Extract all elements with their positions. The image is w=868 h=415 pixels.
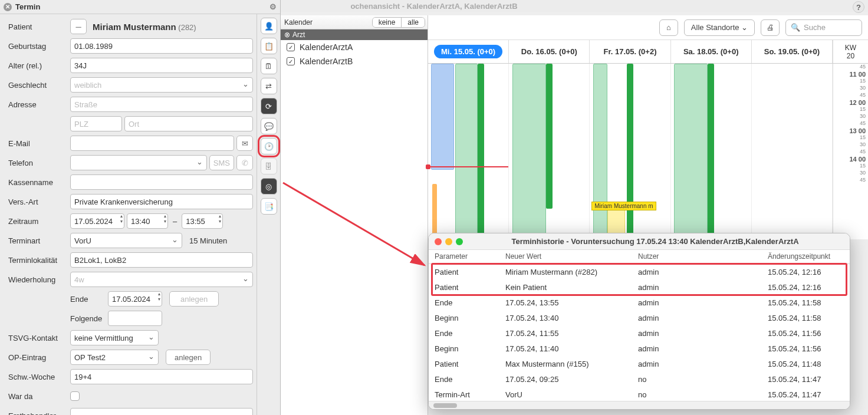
anlegen-button[interactable]: anlegen xyxy=(169,291,219,307)
time-column: 4511 0015304512 0015304513 0015304514 00… xyxy=(833,64,868,241)
birthday-input[interactable]: 01.08.1989 xyxy=(70,38,253,54)
time-to-stepper[interactable]: 13:55 xyxy=(182,213,223,229)
traffic-min-icon[interactable] xyxy=(445,238,452,245)
history-row[interactable]: Beginn17.05.24, 13:40admin15.05.24, 11:5… xyxy=(429,310,850,325)
seg-alle[interactable]: alle xyxy=(401,18,425,27)
time-from-stepper[interactable]: 13:40 xyxy=(127,213,168,229)
schw-input[interactable]: 19+4 xyxy=(70,369,253,384)
chat-icon[interactable]: 💬 xyxy=(261,118,277,134)
history-row[interactable]: PatientKein Patientadmin15.05.24, 12:16 xyxy=(429,279,850,295)
calendar-picker: Kalender keine alle ⊗Arzt ✓KalenderArztA… xyxy=(281,15,428,415)
history-icon[interactable]: 🕑 xyxy=(261,138,277,154)
calendar-add-icon[interactable]: 🗓 xyxy=(261,58,277,74)
gender-select[interactable]: weiblich xyxy=(70,77,253,93)
calendar-item[interactable]: ✓KalenderArztB xyxy=(281,54,428,68)
day-header[interactable]: Fr. 17.05. (0+2) xyxy=(590,40,670,63)
day-col-1[interactable] xyxy=(509,64,590,241)
gear-icon[interactable]: ⚙ xyxy=(269,2,277,11)
date-stepper[interactable]: 17.05.2024 xyxy=(70,213,124,229)
search-input[interactable]: 🔍Suche xyxy=(785,19,862,36)
day-header[interactable]: Sa. 18.05. (0+0) xyxy=(671,40,752,63)
call-icon[interactable]: ✆ xyxy=(236,155,253,170)
op-anlegen-button[interactable]: anlegen xyxy=(166,350,211,365)
traffic-max-icon[interactable] xyxy=(456,238,463,245)
terminlok-input[interactable]: B2Lok1, LokB2 xyxy=(70,252,253,268)
label-age: Alter (rel.) xyxy=(8,61,70,70)
day-col-2[interactable]: Miriam Mustermann m xyxy=(590,64,670,241)
versart-input[interactable]: Private Krankenversicherung xyxy=(70,194,253,209)
col-zeit[interactable]: Änderungszeitpunkt xyxy=(762,250,850,264)
clipboard-icon[interactable]: 📋 xyxy=(261,38,277,54)
home-icon[interactable]: ⌂ xyxy=(659,19,678,36)
label-erst: Erstbehandler xyxy=(8,411,70,416)
refresh-icon[interactable]: ⟳ xyxy=(261,98,277,114)
archive-icon[interactable]: 🗄 xyxy=(261,158,277,174)
copy-icon[interactable]: 📑 xyxy=(261,198,277,215)
location-select[interactable]: Alle Standorte ⌄ xyxy=(684,19,755,36)
history-title: Terminhistorie - Voruntersuchung 17.05.2… xyxy=(466,237,844,246)
traffic-close-icon[interactable] xyxy=(435,238,442,245)
plz-input[interactable]: PLZ xyxy=(70,116,122,131)
label-kasse: Kassenname xyxy=(8,178,70,187)
label-folgende: Folgende xyxy=(70,314,106,323)
day-header[interactable]: Do. 16.05. (0+0) xyxy=(509,40,590,63)
print-icon[interactable]: 🖨 xyxy=(761,19,780,36)
history-row[interactable]: PatientMax Mustermann (#155)admin15.05.2… xyxy=(429,356,850,371)
history-header-row: Parameter Neuer Wert Nutzer Änderungszei… xyxy=(429,250,850,264)
calendar-item[interactable]: ✓KalenderArztA xyxy=(281,40,428,54)
phone-input[interactable] xyxy=(70,155,207,170)
terminart-select[interactable]: VorU xyxy=(70,233,182,248)
arzt-group[interactable]: ⊗Arzt xyxy=(281,29,428,40)
history-row[interactable]: PatientMiriam Mustermann (#282)admin15.0… xyxy=(429,264,850,279)
wieder-select[interactable]: 4w xyxy=(70,272,253,287)
history-scrollbar[interactable] xyxy=(429,401,850,409)
patient-unlink-button[interactable]: ─ xyxy=(70,19,87,34)
patient-id: (282) xyxy=(178,23,196,32)
col-nutzer[interactable]: Nutzer xyxy=(632,250,762,264)
help-button[interactable]: ? xyxy=(853,1,864,13)
day-col-4[interactable] xyxy=(752,64,833,241)
label-tsvg: TSVG-Kontakt xyxy=(8,334,70,342)
checkbox-icon[interactable]: ✓ xyxy=(287,57,295,65)
day-col-3[interactable] xyxy=(671,64,752,241)
history-row[interactable]: Ende17.05.24, 11:55admin15.05.24, 11:56 xyxy=(429,325,850,341)
day-header[interactable]: Mi. 15.05. (0+0) xyxy=(428,40,509,63)
history-row[interactable]: Termin-ArtVorUno15.05.24, 11:47 xyxy=(429,387,850,401)
col-wert[interactable]: Neuer Wert xyxy=(499,250,632,264)
warda-checkbox[interactable] xyxy=(70,391,80,401)
sms-icon[interactable]: SMS xyxy=(209,155,234,170)
route-icon[interactable]: ⇄ xyxy=(261,78,277,94)
email-input[interactable] xyxy=(70,136,234,151)
location-icon[interactable]: ◎ xyxy=(261,178,277,195)
ort-input[interactable]: Ort xyxy=(124,116,253,131)
folgende-input[interactable] xyxy=(108,311,162,326)
day-header[interactable]: So. 19.05. (0+0) xyxy=(752,40,833,63)
history-row[interactable]: Ende17.05.24, 09:25no15.05.24, 11:47 xyxy=(429,371,850,387)
label-address: Adresse xyxy=(8,100,70,109)
day-col-0[interactable] xyxy=(428,64,509,241)
remove-group-icon[interactable]: ⊗ xyxy=(284,31,290,39)
ende-date-stepper[interactable]: 17.05.2024 xyxy=(108,291,162,307)
termin-panel: ✕ Termin ⚙ Patient ─ Miriam Mustermann (… xyxy=(0,0,281,415)
history-row[interactable]: Ende17.05.24, 13:55admin15.05.24, 11:58 xyxy=(429,295,850,310)
label-patient: Patient xyxy=(8,22,70,31)
age-input[interactable]: 34J xyxy=(70,58,253,73)
mail-icon[interactable]: ✉ xyxy=(236,136,253,151)
erst-input[interactable] xyxy=(70,408,253,415)
close-icon[interactable]: ✕ xyxy=(4,3,12,11)
event-patient-label[interactable]: Miriam Mustermann m xyxy=(591,202,656,210)
history-row[interactable]: Beginn17.05.24, 11:40admin15.05.24, 11:5… xyxy=(429,341,850,356)
label-schw: Schw.-Woche xyxy=(8,373,70,381)
op-select[interactable]: OP Test2 xyxy=(70,350,159,365)
patient-icon[interactable]: 👤 xyxy=(261,18,277,34)
kasse-input[interactable] xyxy=(70,174,253,190)
col-parameter[interactable]: Parameter xyxy=(429,250,499,264)
street-input[interactable]: Straße xyxy=(70,97,253,112)
tsvg-select[interactable]: keine Vermittlung xyxy=(70,330,159,345)
search-icon: 🔍 xyxy=(791,23,800,32)
calendar-picker-title: Kalender xyxy=(284,18,313,27)
terminart-duration: 15 Minuten xyxy=(189,236,227,245)
checkbox-icon[interactable]: ✓ xyxy=(287,43,295,51)
seg-keine[interactable]: keine xyxy=(373,18,402,27)
week-number: KW20 xyxy=(833,40,868,63)
